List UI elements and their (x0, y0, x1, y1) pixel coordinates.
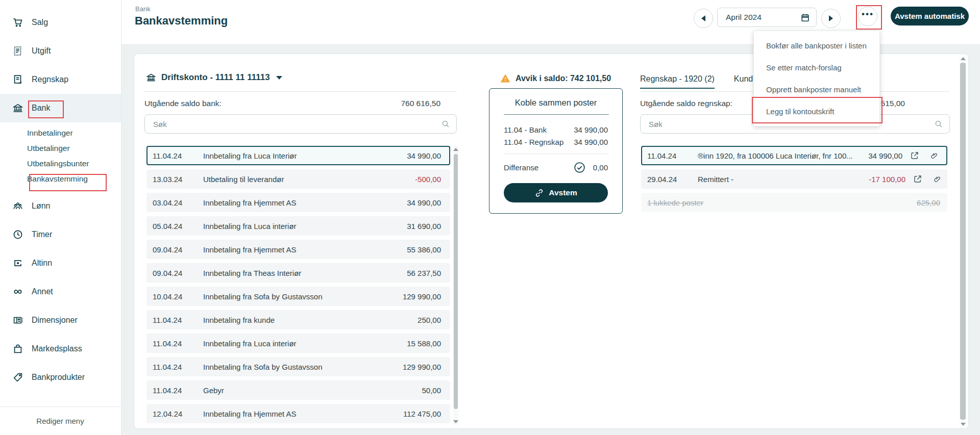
row-description: Innbetaling fra Sofa by Gustavsson (203, 292, 397, 301)
sidebar-item-innbetalinger[interactable]: Innbetalinger (0, 125, 121, 141)
sidebar-item-label: Salg (32, 18, 48, 27)
row-amount: 34 990,00 (407, 151, 441, 160)
row-amount: 112 475,00 (403, 410, 441, 418)
bank-icon (12, 103, 23, 114)
scroll-down-icon[interactable] (961, 423, 966, 426)
people-icon (12, 200, 23, 212)
external-link-icon[interactable] (913, 174, 922, 184)
page-scrollbar[interactable] (959, 55, 967, 428)
edit-menu-link[interactable]: Rediger meny (0, 406, 120, 435)
bank-submenu: Innbetalinger Utbetalinger Utbetalingsbu… (0, 125, 121, 187)
row-amount: 55 386,00 (407, 245, 441, 254)
match-panel: Koble sammen poster 11.04 - Bank 34 990,… (489, 88, 623, 214)
paperclip-icon[interactable] (934, 174, 941, 184)
sidebar-item-timer[interactable]: Timer (0, 220, 121, 249)
reconcile-button[interactable]: Avstem (504, 183, 608, 202)
sidebar-item-altinn[interactable]: Altinn (0, 249, 121, 277)
divider (144, 91, 457, 92)
sidebar-item-utbetalingsbunter[interactable]: Utbetalingsbunter (0, 156, 121, 171)
period-picker[interactable]: April 2024 (717, 8, 817, 27)
more-actions-button[interactable]: ••• (858, 7, 877, 26)
row-date: 12.04.24 (153, 410, 197, 418)
scroll-up-icon[interactable] (961, 57, 966, 60)
scroll-up-icon[interactable] (453, 148, 458, 151)
row-date: 29.04.24 (647, 175, 691, 184)
sidebar-item-lonn[interactable]: Lønn (0, 192, 121, 220)
sidebar-item-salg[interactable]: Salg (0, 8, 121, 37)
menu-item-opprett-bankposter[interactable]: Opprett bankposter manuelt (754, 79, 879, 100)
row-description: Gebyr (203, 386, 415, 395)
sidebar-item-label: Bank (32, 104, 50, 113)
sidebar-item-utbetalinger[interactable]: Utbetalinger (0, 141, 121, 156)
actions-dropdown-menu: Bokfør alle bankposter i listen Se etter… (753, 31, 880, 126)
scroll-down-icon[interactable] (453, 420, 458, 423)
bank-transaction-row[interactable]: 12.04.24 Innbetaling fra Hjemmet AS 112 … (146, 404, 450, 423)
sidebar-item-regnskap[interactable]: Regnskap (0, 65, 121, 94)
row-amount: 129 990,00 (403, 292, 441, 301)
bank-transaction-row[interactable]: 09.04.24 Innbetaling fra Theas Interiør … (146, 263, 450, 283)
calendar-icon (800, 13, 810, 22)
closed-entries-row[interactable]: 1 lukkede poster 625,00 (641, 193, 947, 212)
scrollbar-thumb[interactable] (454, 154, 458, 409)
bank-transaction-row[interactable]: 10.04.24 Innbetaling fra Sofa by Gustavs… (146, 287, 450, 306)
row-amount: 34 990,00 (407, 198, 441, 207)
bank-balance-value: 760 616,50 (401, 99, 440, 108)
bank-transaction-row[interactable]: 11.04.24 Innbetaling fra Luca Interiør 3… (146, 146, 450, 165)
receipt-icon (12, 45, 23, 57)
sidebar-item-markedsplass[interactable]: Markedsplass (0, 335, 121, 363)
closed-entries-label: 1 lukkede poster (647, 198, 703, 207)
sub-item-label: Utbetalingsbunter (27, 159, 89, 168)
bank-transaction-row[interactable]: 11.04.24 Innbetaling fra Luca interiør 1… (146, 334, 450, 353)
clock-icon (12, 229, 23, 240)
previous-month-button[interactable] (694, 9, 713, 28)
sidebar-item-bankavstemming[interactable]: Bankavstemming (0, 171, 121, 187)
account-selector[interactable]: Driftskonto - 1111 11 11113 (146, 72, 282, 83)
bank-transaction-row[interactable]: 11.04.24 Innbetaling fra kunde 250,00 (146, 310, 450, 329)
closed-entries-value: 625,00 (917, 198, 940, 207)
bank-transaction-row[interactable]: 09.04.24 Innbetaling fra Hjemmet AS 55 3… (146, 240, 450, 259)
menu-item-legg-til-kontoutskrift[interactable]: Legg til kontoutskrift (754, 100, 879, 122)
bank-search-input[interactable] (152, 119, 441, 129)
sidebar-item-label: Dimensjoner (32, 316, 78, 325)
sidebar-item-dimensjoner[interactable]: Dimensjoner (0, 306, 121, 335)
bank-list-scrollbar[interactable] (453, 146, 458, 425)
tab-regnskap-1920[interactable]: Regnskap - 1920 (2) (640, 74, 715, 89)
inbox-icon (12, 258, 23, 269)
bank-transaction-row[interactable]: 05.04.24 Innbetaling fra Luca interiør 3… (146, 216, 450, 236)
bank-transaction-row[interactable]: 11.04.24 Innbetaling fra Sofa by Gustavs… (146, 357, 450, 376)
next-month-button[interactable] (821, 9, 841, 28)
sidebar-item-utgift[interactable]: Utgift (0, 37, 121, 65)
sidebar-item-bank[interactable]: Bank (0, 94, 121, 122)
row-description: Innbetaling fra Hjemmet AS (203, 410, 397, 418)
bank-transaction-row[interactable]: 11.04.24 Gebyr 50,00 (146, 380, 450, 400)
check-circle-icon (573, 161, 586, 174)
row-date: 11.04.24 (153, 363, 197, 371)
sidebar-item-annet[interactable]: Annet (0, 277, 121, 306)
row-description: Innbetaling fra Luca interiør (203, 222, 401, 231)
external-link-icon[interactable] (910, 151, 919, 160)
menu-item-bokfor-alle[interactable]: Bokfør alle bankposter i listen (754, 35, 879, 57)
row-amount: -500,00 (415, 175, 441, 184)
chevron-down-icon (276, 76, 282, 80)
bank-transaction-row[interactable]: 13.03.24 Utbetaling til leverandør -500,… (146, 169, 450, 189)
bank-transaction-row[interactable]: 03.04.24 Innbetaling fra Hjemmet AS 34 9… (146, 193, 450, 212)
sidebar-item-label: Bankprodukter (32, 373, 85, 382)
sidebar-item-bankprodukter[interactable]: Bankprodukter (0, 363, 121, 392)
match-line-label: 11.04 - Bank (504, 125, 547, 134)
sidebar-nav: Salg Utgift Regnskap Bank Innbetalinger … (0, 0, 121, 392)
menu-item-match-forslag[interactable]: Se etter match-forslag (754, 57, 879, 79)
row-date: 11.04.24 (647, 151, 691, 160)
ledger-transaction-row[interactable]: 11.04.24 ®inn 1920, fra 100006 Luca Inte… (641, 146, 947, 165)
breadcrumb: Bank (135, 5, 151, 13)
ledger-transaction-row[interactable]: 29.04.24 Remittert - -17 100,00 (641, 169, 947, 189)
grid-icon (12, 315, 23, 326)
paperclip-icon[interactable] (930, 151, 938, 160)
reconcile-button-label: Avstem (549, 188, 577, 197)
row-amount: 50,00 (422, 386, 441, 395)
row-amount: 56 237,50 (407, 269, 441, 277)
row-amount: 250,00 (418, 316, 441, 324)
scrollbar-thumb[interactable] (960, 63, 966, 420)
auto-reconcile-button[interactable]: Avstem automatisk (891, 7, 969, 25)
search-icon (934, 119, 943, 129)
ledger-icon (12, 74, 23, 85)
